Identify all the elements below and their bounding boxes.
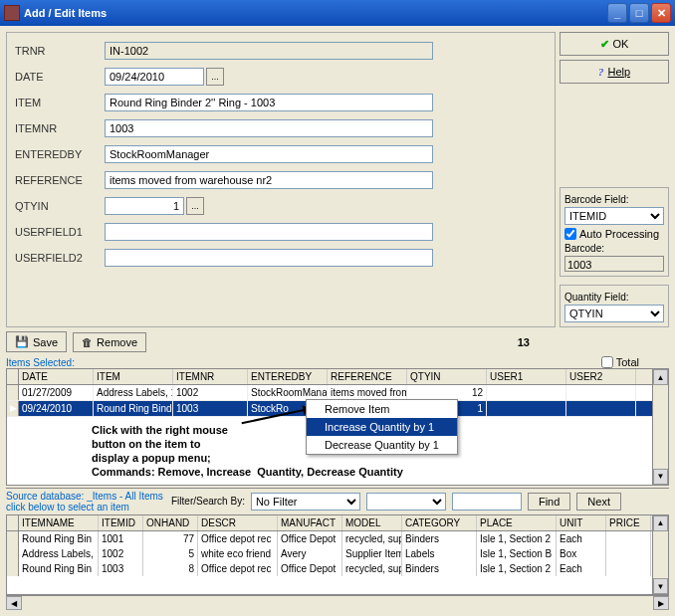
remove-button[interactable]: 🗑Remove bbox=[73, 332, 146, 352]
input-date[interactable] bbox=[105, 68, 204, 86]
col-itemnr[interactable]: ITEMNR bbox=[173, 369, 248, 384]
input-item[interactable] bbox=[105, 94, 433, 111]
barcode-label: Barcode: bbox=[564, 243, 664, 254]
input-reference[interactable] bbox=[105, 171, 433, 189]
auto-processing-label: Auto Processing bbox=[579, 228, 659, 240]
input-userfield2[interactable] bbox=[105, 249, 433, 267]
filter-input[interactable] bbox=[452, 493, 522, 511]
next-button[interactable]: Next bbox=[576, 493, 621, 511]
quantity-panel: Quantity Field: QTYIN bbox=[560, 285, 669, 327]
ok-button[interactable]: ✔OK bbox=[560, 32, 669, 56]
source-db-label: Source database: _Items - All Items clic… bbox=[6, 491, 165, 513]
save-button[interactable]: 💾Save bbox=[6, 331, 67, 352]
label-trnr: TRNR bbox=[15, 45, 105, 57]
label-item: ITEM bbox=[15, 97, 105, 108]
col-user2[interactable]: USER2 bbox=[566, 369, 636, 384]
input-enteredby[interactable] bbox=[105, 145, 433, 163]
barcode-panel: Barcode Field: ITEMID Auto Processing Ba… bbox=[560, 187, 669, 277]
barcode-field-select[interactable]: ITEMID bbox=[564, 207, 664, 225]
quantity-field-label: Quantity Field: bbox=[564, 292, 664, 303]
window-title: Add / Edit Items bbox=[24, 7, 607, 19]
grid2-hscroll[interactable]: ◀▶ bbox=[6, 595, 669, 610]
help-icon: ? bbox=[598, 66, 604, 78]
label-reference: REFERENCE bbox=[15, 174, 105, 186]
table-row[interactable]: Address Labels,10025white eco friendAver… bbox=[7, 546, 668, 561]
minimize-button[interactable]: _ bbox=[607, 3, 627, 23]
help-button[interactable]: ?Help bbox=[560, 60, 669, 84]
row-count: 13 bbox=[518, 336, 530, 348]
col-item[interactable]: ITEM bbox=[94, 369, 173, 384]
save-icon: 💾 bbox=[15, 335, 29, 348]
scroll-up-icon[interactable]: ▲ bbox=[653, 369, 668, 385]
input-userfield1[interactable] bbox=[105, 223, 433, 241]
maximize-button[interactable]: □ bbox=[629, 3, 649, 23]
table-row[interactable]: Round Ring Bin100177Office depot recOffi… bbox=[7, 531, 668, 546]
total-checkbox[interactable] bbox=[601, 356, 613, 368]
input-trnr[interactable] bbox=[105, 42, 433, 60]
items-grid[interactable]: DATE ITEM ITEMNR ENTEREDBY REFERENCE QTY… bbox=[6, 368, 669, 486]
label-enteredby: ENTEREDBY bbox=[15, 148, 105, 160]
context-menu-item[interactable]: Decrease Quantity by 1 bbox=[307, 436, 457, 454]
auto-processing-checkbox[interactable] bbox=[564, 228, 576, 240]
scroll-down-icon[interactable]: ▼ bbox=[653, 469, 668, 485]
label-uf1: USERFIELD1 bbox=[15, 226, 105, 238]
filter-field-select[interactable] bbox=[366, 493, 446, 511]
close-button[interactable]: ✕ bbox=[651, 3, 671, 23]
label-itemnr: ITEMNR bbox=[15, 122, 105, 134]
label-date: DATE bbox=[15, 71, 105, 83]
context-menu-item[interactable]: Increase Quantity by 1 bbox=[307, 418, 457, 436]
col-user1[interactable]: USER1 bbox=[487, 369, 566, 384]
find-button[interactable]: Find bbox=[528, 493, 570, 511]
context-menu-item[interactable]: Remove Item bbox=[307, 400, 457, 418]
label-qtyin: QTYIN bbox=[15, 200, 105, 212]
col-enteredby[interactable]: ENTEREDBY bbox=[248, 369, 328, 384]
col-qtyin[interactable]: QTYIN bbox=[407, 369, 487, 384]
qty-picker-button[interactable]: ... bbox=[186, 197, 204, 215]
label-uf2: USERFIELD2 bbox=[15, 252, 105, 264]
input-itemnr[interactable] bbox=[105, 119, 433, 137]
form-panel: TRNR DATE... ITEM ITEMNR ENTEREDBY REFER… bbox=[6, 32, 556, 327]
date-picker-button[interactable]: ... bbox=[206, 68, 224, 86]
app-icon bbox=[4, 5, 20, 21]
filter-label: Filter/Search By: bbox=[171, 496, 245, 507]
context-menu: Remove ItemIncrease Quantity by 1Decreas… bbox=[306, 399, 458, 455]
total-label: Total bbox=[616, 356, 639, 368]
quantity-field-select[interactable]: QTYIN bbox=[564, 305, 664, 322]
barcode-value: 1003 bbox=[564, 256, 664, 272]
col-date[interactable]: DATE bbox=[19, 369, 94, 384]
input-qtyin[interactable] bbox=[105, 197, 184, 215]
items-selected-label: Items Selected: bbox=[6, 357, 75, 368]
barcode-field-label: Barcode Field: bbox=[564, 194, 664, 205]
col-reference[interactable]: REFERENCE bbox=[328, 369, 407, 384]
title-bar: Add / Edit Items _ □ ✕ bbox=[0, 0, 675, 26]
table-row[interactable]: Round Ring Bin10038Office depot recOffic… bbox=[7, 561, 668, 576]
check-icon: ✔ bbox=[600, 38, 609, 51]
grid1-vscroll[interactable]: ▲▼ bbox=[652, 369, 668, 485]
grid2-vscroll[interactable]: ▲▼ bbox=[652, 515, 668, 595]
source-grid[interactable]: ITEMNAME ITEMID ONHAND DESCR MANUFACT MO… bbox=[6, 514, 669, 596]
trash-icon: 🗑 bbox=[82, 336, 93, 348]
filter-select[interactable]: No Filter bbox=[251, 493, 360, 511]
